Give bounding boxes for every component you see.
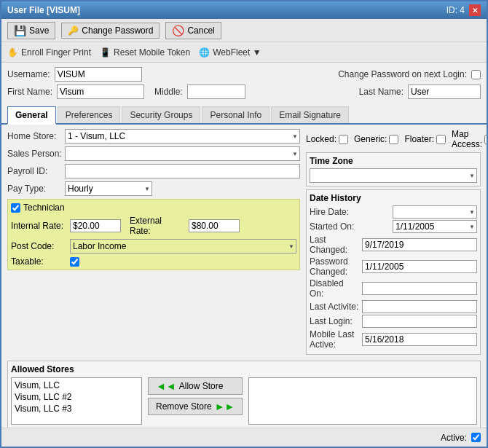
tab-personal-info[interactable]: Personal Info [202, 106, 269, 123]
last-login-input [362, 315, 477, 328]
external-rate-label: External Rate: [130, 216, 184, 236]
change-password-next-label: Change Password on next Login: [338, 69, 467, 79]
secondary-toolbar: ✋ Enroll Finger Print 📱 Reset Mobile Tok… [1, 42, 487, 63]
disabled-on-label: Disabled On: [310, 278, 359, 299]
date-history-title: Date History [310, 193, 477, 203]
store-item[interactable]: Visum, LLC #3 [13, 403, 140, 414]
middle-label: Middle: [154, 87, 183, 97]
last-activite-input [362, 300, 477, 313]
active-checkbox[interactable] [471, 433, 481, 442]
stores-list[interactable]: Visum, LLC Visum, LLC #2 Visum, LLC #3 [11, 377, 142, 425]
internal-rate-label: Internal Rate: [11, 221, 66, 231]
taxable-label: Taxable: [11, 256, 66, 267]
pay-type-label: Pay Type: [7, 184, 62, 194]
timezone-section: Time Zone [306, 152, 481, 186]
user-form-area: Username: Change Password on next Login:… [1, 63, 487, 106]
password-changed-label: Password Changed: [310, 256, 359, 277]
arrow-right-icon: ►► [215, 401, 235, 412]
window-id: ID: 4 [446, 5, 465, 15]
web-icon: 🌐 [199, 47, 210, 58]
internal-rate-input[interactable] [70, 219, 121, 232]
enroll-finger-button[interactable]: ✋ Enroll Finger Print [7, 47, 91, 58]
technician-checkbox[interactable] [11, 203, 20, 213]
change-password-button[interactable]: 🔑 Change Password [61, 23, 160, 39]
allowed-stores-title: Allowed Stores [11, 364, 477, 374]
last-login-label: Last Login: [310, 316, 359, 326]
bottom-bar: Active: [1, 428, 487, 447]
key-icon: 🔑 [68, 25, 79, 36]
map-access-checkbox[interactable] [484, 135, 487, 144]
hire-date-select[interactable] [393, 205, 477, 219]
last-changed-input [362, 238, 477, 251]
lastname-input[interactable] [408, 85, 481, 99]
home-store-row: Home Store: 1 - Visum, LLC [7, 129, 300, 144]
timezone-title: Time Zone [310, 156, 477, 166]
floater-checkbox[interactable] [436, 135, 446, 144]
close-button[interactable]: ✕ [469, 4, 481, 16]
password-changed-input [362, 260, 477, 273]
left-column: Home Store: 1 - Visum, LLC Sales Person: [7, 129, 300, 355]
username-label: Username: [7, 69, 50, 79]
payroll-id-row: Payroll ID: [7, 164, 300, 178]
flags-row: Locked: Generic: Floater: Map Access: [306, 129, 481, 149]
username-input[interactable] [55, 67, 142, 82]
active-label: Active: [441, 433, 467, 443]
payroll-id-input[interactable] [65, 164, 300, 178]
sales-person-select[interactable] [65, 146, 300, 161]
firstname-label: First Name: [7, 87, 52, 97]
last-activite-label: Last Activite: [310, 302, 359, 312]
sales-person-row: Sales Person: [7, 146, 300, 161]
tab-email-signature[interactable]: Email Signature [271, 106, 349, 123]
payroll-id-label: Payroll ID: [7, 166, 62, 176]
home-store-label: Home Store: [7, 131, 62, 141]
main-toolbar: 💾 Save 🔑 Change Password 🚫 Cancel [1, 19, 487, 42]
right-column: Locked: Generic: Floater: Map Access: [306, 129, 481, 355]
cancel-button[interactable]: 🚫 Cancel [165, 22, 221, 39]
locked-label: Locked: [306, 134, 337, 144]
external-rate-input[interactable] [189, 219, 240, 232]
main-window: User File [VISUM] ID: 4 ✕ 💾 Save 🔑 Chang… [0, 0, 488, 448]
tab-security-groups[interactable]: Security Groups [122, 106, 200, 123]
generic-checkbox[interactable] [389, 135, 398, 144]
arrow-left-icon: ◄◄ [156, 380, 176, 392]
last-changed-label: Last Changed: [310, 235, 359, 255]
home-store-select[interactable]: 1 - Visum, LLC [65, 129, 300, 144]
store-buttons: ◄◄ Allow Store Remove Store ►► [148, 377, 243, 415]
change-password-checkbox[interactable] [471, 70, 481, 79]
middle-input[interactable] [187, 85, 245, 99]
taxable-checkbox[interactable] [70, 257, 79, 267]
mobile-last-active-input [362, 333, 477, 346]
date-history-section: Date History Hire Date: Started On: [306, 189, 481, 355]
timezone-select[interactable] [310, 168, 477, 183]
reset-mobile-button[interactable]: 📱 Reset Mobile Token [100, 47, 190, 58]
started-on-label: Started On: [310, 221, 390, 232]
main-content: Home Store: 1 - Visum, LLC Sales Person: [1, 125, 487, 428]
remove-store-button[interactable]: Remove Store ►► [148, 398, 243, 415]
save-icon: 💾 [14, 25, 26, 36]
tab-preferences[interactable]: Preferences [58, 106, 121, 123]
allowed-stores-section: Allowed Stores Visum, LLC Visum, LLC #2 … [7, 361, 481, 428]
allowed-stores-right-box [248, 377, 477, 425]
webfleet-button[interactable]: 🌐 WebFleet ▼ [199, 47, 261, 58]
disabled-on-input [362, 282, 477, 295]
firstname-input[interactable] [57, 85, 144, 99]
pay-type-select[interactable]: Hourly Salary Commission [65, 181, 152, 196]
save-button[interactable]: 💾 Save [7, 22, 55, 39]
store-item[interactable]: Visum, LLC [13, 380, 140, 391]
pay-type-row: Pay Type: Hourly Salary Commission [7, 181, 300, 196]
cancel-icon: 🚫 [172, 25, 184, 36]
tab-general[interactable]: General [7, 106, 56, 125]
lastname-label: Last Name: [359, 87, 404, 97]
map-access-label: Map Access: [452, 129, 482, 149]
generic-label: Generic: [354, 134, 387, 144]
locked-checkbox[interactable] [339, 135, 348, 144]
mobile-last-active-label: Mobile Last Active: [310, 329, 359, 350]
window-title: User File [VISUM] [7, 5, 80, 15]
allow-store-button[interactable]: ◄◄ Allow Store [148, 377, 243, 395]
store-item[interactable]: Visum, LLC #2 [13, 391, 140, 403]
finger-icon: ✋ [7, 47, 18, 58]
post-code-select[interactable]: Labor Income [70, 239, 296, 254]
started-on-select[interactable]: 1/11/2005 [393, 220, 477, 233]
tab-bar: General Preferences Security Groups Pers… [1, 106, 487, 125]
phone-icon: 📱 [100, 47, 111, 58]
